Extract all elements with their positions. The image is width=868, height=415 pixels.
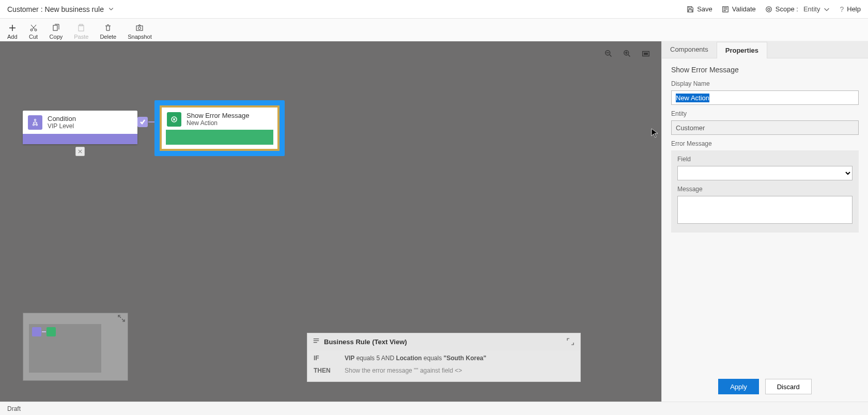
display-name-input[interactable]: New Action [671,90,859,105]
status-text: Draft [7,405,21,412]
properties-section-title: Show Error Message [671,66,859,74]
action-subtitle: New Action [187,119,249,127]
scope-dropdown[interactable]: Scope : Entity [765,5,831,13]
condition-node[interactable]: Condition VIP Level [23,111,137,144]
text-view-icon [313,337,320,346]
svg-point-1 [766,6,772,12]
minimap-condition [32,327,41,336]
camera-icon [135,23,144,33]
svg-point-16 [36,124,38,126]
condition-title: Condition [48,115,76,122]
mouse-cursor [651,128,658,139]
error-message-label: Error Message [671,140,859,147]
minimap-action [47,327,56,336]
message-textarea[interactable] [677,196,853,224]
cut-button[interactable]: Cut [29,23,38,40]
zoom-out-button[interactable] [603,49,614,59]
rule-name: New business rule [45,5,104,13]
field-label: Field [677,156,853,163]
condition-false-connector[interactable] [75,147,85,156]
entity-label: Customer [7,5,39,13]
entity-label: Entity [671,110,859,117]
save-button[interactable]: Save [687,5,712,13]
tab-components[interactable]: Components [662,41,717,58]
svg-point-2 [768,8,770,10]
svg-rect-5 [53,25,57,30]
text-view-title: Business Rule (Text View) [324,338,407,346]
discard-button[interactable]: Discard [765,379,812,394]
tab-properties[interactable]: Properties [717,42,767,58]
apply-button[interactable]: Apply [718,379,759,394]
chevron-down-icon [108,5,114,13]
expand-icon[interactable] [567,338,575,346]
add-button[interactable]: Add [7,23,18,40]
message-label: Message [677,186,853,193]
copy-icon [51,23,60,33]
svg-rect-6 [79,25,84,31]
condition-true-connector[interactable] [137,117,148,127]
flow-connector [148,121,154,122]
svg-rect-8 [136,26,143,30]
paste-button: Paste [74,23,88,40]
chevron-down-icon [823,6,830,13]
svg-point-9 [138,27,141,29]
minimap-connector [42,331,46,332]
delete-button[interactable]: Delete [100,23,116,40]
action-status-bar [166,130,273,145]
svg-rect-13 [644,53,647,55]
plus-icon [8,23,17,33]
trash-icon [103,23,113,33]
display-name-label: Display Name [671,80,859,87]
expand-icon[interactable] [118,315,125,322]
fit-to-screen-button[interactable] [641,49,651,59]
snapshot-button[interactable]: Snapshot [128,23,151,40]
help-icon: ? [840,5,844,13]
svg-point-3 [30,29,33,31]
condition-icon [28,115,42,130]
svg-point-14 [35,119,36,120]
svg-point-4 [35,29,37,31]
help-button[interactable]: ? Help [840,5,861,13]
copy-button[interactable]: Copy [50,23,63,40]
condition-status-bar [23,134,137,144]
scissors-icon [29,23,38,33]
designer-canvas[interactable]: Condition VIP Level Show Error Message [0,41,661,402]
breadcrumb[interactable]: Customer: New business rule [7,5,114,13]
error-message-icon [167,112,181,127]
field-select[interactable] [677,166,853,180]
business-rule-text-view: Business Rule (Text View) IF VIP equals … [307,333,581,382]
action-node-selected[interactable]: Show Error Message New Action [154,100,285,156]
minimap[interactable] [23,313,128,381]
entity-input [671,120,859,135]
validate-button[interactable]: Validate [722,5,756,13]
zoom-in-button[interactable] [622,49,632,59]
paste-icon [76,23,86,33]
condition-subtitle: VIP Level [48,122,76,130]
svg-point-15 [33,124,35,126]
action-title: Show Error Message [187,112,249,119]
